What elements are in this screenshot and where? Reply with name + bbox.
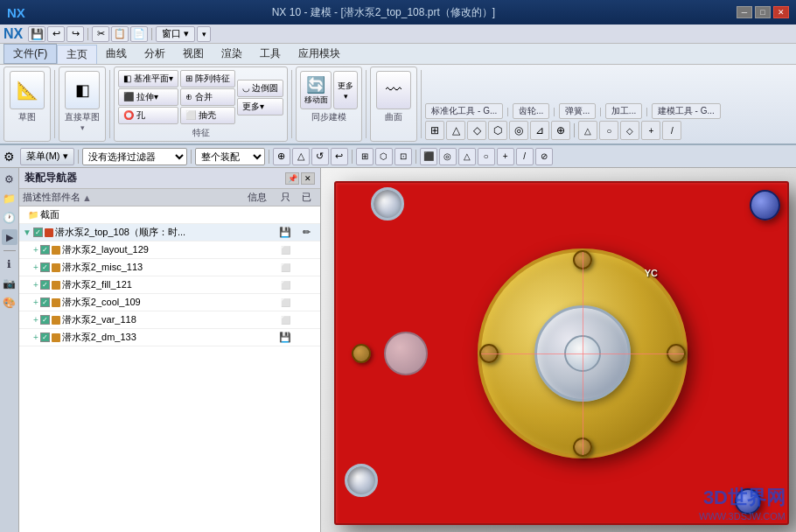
maximize-button[interactable]: □ (755, 6, 771, 18)
copy-btn[interactable]: 📋 (111, 26, 129, 42)
tb2-btn9[interactable]: ◎ (439, 148, 457, 165)
sketch-label: 草图 (18, 111, 36, 123)
menu-view[interactable]: 视图 (174, 45, 213, 63)
menu-tools[interactable]: 工具 (251, 45, 290, 63)
main-gold-ring: YC (478, 248, 688, 458)
sketch-button[interactable]: 📐 (10, 71, 45, 109)
tb2-btn11[interactable]: ○ (478, 148, 495, 165)
qa-dropdown[interactable]: ▾ (197, 26, 211, 42)
extrude-btn[interactable]: ⬛ 拉伸▾ (118, 88, 178, 106)
view-icon-10[interactable]: ◇ (620, 121, 639, 140)
folder-side-icon[interactable]: 📁 (2, 191, 17, 206)
col-mod-header[interactable]: 已 (296, 191, 317, 204)
view-icon-6[interactable]: ⊿ (530, 121, 549, 140)
edge-blend-btn[interactable]: ◡ 边倒圆 (237, 80, 284, 97)
more-features-btn[interactable]: 更多▾ (237, 98, 284, 116)
view-icon-11[interactable]: + (641, 121, 660, 140)
assembly-navigator: 装配导航器 📌 ✕ 描述性部件名 ▲ 信息 只 已 📁 截面 (19, 168, 321, 532)
settings-side-icon[interactable]: ⚙ (2, 172, 17, 187)
tree-row-main[interactable]: ▼ ✓ 潜水泵2_top_108（顺序：时... 💾 ✏ (19, 224, 320, 242)
view-icon-12[interactable]: / (662, 121, 681, 140)
window-dropdown[interactable]: 窗口 ▾ (156, 26, 195, 42)
assembly-select[interactable]: 整个装配 (195, 148, 265, 165)
info-side-icon[interactable]: ℹ (2, 256, 17, 272)
spring-btn[interactable]: 弹簧... (559, 103, 596, 119)
main-content: ⚙ 📁 🕐 ▶ ℹ 📷 🎨 装配导航器 📌 ✕ 描述性部件名 ▲ 信息 只 已 (0, 168, 796, 532)
ribbon-sep2 (109, 70, 110, 138)
redo-quick-btn[interactable]: ↪ (66, 26, 84, 42)
col-name-header[interactable]: 描述性部件名 ▲ (23, 191, 240, 204)
menu-curve[interactable]: 曲线 (97, 45, 136, 63)
tree-row-misc[interactable]: + ✓ 潜水泵2_misc_113 ⬜ (19, 259, 320, 276)
nx-logo-qa: NX (3, 26, 23, 42)
close-button[interactable]: ✕ (773, 6, 789, 18)
nav-close-btn[interactable]: ✕ (301, 172, 315, 185)
view-icon-2[interactable]: △ (446, 121, 465, 140)
history-side-icon[interactable]: 🕐 (2, 210, 17, 226)
separator2 (151, 28, 152, 40)
palette-side-icon[interactable]: 🎨 (2, 295, 17, 311)
paste-btn[interactable]: 📄 (130, 26, 148, 42)
camera-side-icon[interactable]: 📷 (2, 276, 17, 291)
view-icon-4[interactable]: ⬡ (488, 121, 507, 140)
tree-row-cool[interactable]: + ✓ 潜水泵2_cool_109 ⬜ (19, 294, 320, 312)
menu-dropdown[interactable]: 菜单(M) ▾ (20, 148, 74, 165)
tb2-btn1[interactable]: ⊕ (273, 148, 290, 165)
3d-viewport[interactable]: YC 3D世界网 WWW.3DSJW.COM (321, 168, 796, 532)
std-tools-btn[interactable]: 标准化工具 - G... (425, 103, 503, 119)
menu-analysis[interactable]: 分析 (136, 45, 174, 63)
tree-row-dm[interactable]: + ✓ 潜水泵2_dm_133 💾 (19, 329, 320, 346)
tb2-btn6[interactable]: ⬡ (375, 148, 393, 165)
merge-btn[interactable]: ⊕ 合并 (180, 88, 235, 106)
left-gray-disk (384, 332, 428, 375)
feature-group-label: 特征 (118, 125, 283, 139)
menu-home[interactable]: 主页 (57, 45, 97, 64)
model-tools-btn[interactable]: 建模工具 - G... (652, 103, 721, 119)
tb2-btn13[interactable]: / (516, 148, 534, 165)
tb2-btn10[interactable]: △ (458, 148, 476, 165)
tb2-sep5 (415, 150, 416, 164)
menu-render[interactable]: 渲染 (213, 45, 251, 63)
tb2-btn14[interactable]: ⊘ (535, 148, 553, 165)
view-icon-5[interactable]: ◎ (509, 121, 528, 140)
pattern-btn[interactable]: ⊞ 阵列特征 (180, 70, 235, 88)
tb2-btn7[interactable]: ⊡ (395, 148, 412, 165)
tree-row-layout[interactable]: + ✓ 潜水泵2_layout_129 ⬜ (19, 242, 320, 259)
tb2-btn5[interactable]: ⊞ (356, 148, 374, 165)
cut-btn[interactable]: ✂ (92, 26, 109, 42)
settings-icon[interactable]: ⚙ (3, 150, 15, 164)
view-icon-3[interactable]: ◇ (467, 121, 486, 140)
save-quick-btn[interactable]: 💾 (28, 26, 45, 42)
tb2-btn3[interactable]: ↺ (311, 148, 329, 165)
tree-row-fill[interactable]: + ✓ 潜水泵2_fill_121 ⬜ (19, 276, 320, 294)
move-face-btn[interactable]: 🔄 移动面 (300, 71, 332, 109)
tb2-btn8[interactable]: ⬛ (420, 148, 437, 165)
undo-quick-btn[interactable]: ↩ (47, 26, 65, 42)
machining-btn[interactable]: 加工... (605, 103, 642, 119)
more-sync-btn[interactable]: 更多▾ (333, 71, 358, 109)
gear-btn[interactable]: 齿轮... (513, 103, 549, 119)
tree-row-var[interactable]: + ✓ 潜水泵2_var_118 ⬜ (19, 312, 320, 329)
tb2-btn4[interactable]: ↩ (331, 148, 348, 165)
tb2-btn2[interactable]: △ (292, 148, 310, 165)
surface-btn[interactable]: 〰 (376, 71, 411, 109)
direct-sketch-more[interactable]: ▾ (80, 123, 85, 132)
col-ro-header[interactable]: 只 (275, 191, 296, 204)
direct-sketch-button[interactable]: ◧ (65, 71, 100, 109)
view-icon-9[interactable]: ○ (599, 121, 618, 140)
nav-side-icon[interactable]: ▶ (2, 229, 17, 245)
col-info-header[interactable]: 信息 (240, 191, 275, 204)
nav-pin-btn[interactable]: 📌 (285, 172, 299, 185)
view-icon-7[interactable]: ⊕ (551, 121, 570, 140)
tree-row-section[interactable]: 📁 截面 (19, 206, 320, 224)
hole-btn[interactable]: ⭕ 孔 (118, 107, 178, 124)
minimize-button[interactable]: ─ (737, 6, 752, 18)
datum-plane-btn[interactable]: ◧ 基准平面▾ (118, 70, 178, 88)
view-icon-8[interactable]: △ (578, 121, 597, 140)
shell-btn[interactable]: ⬜ 抽壳 (180, 107, 235, 124)
tb2-btn12[interactable]: + (497, 148, 514, 165)
menu-file[interactable]: 文件(F) (3, 44, 57, 64)
filter-select[interactable]: 没有选择过滤器 (82, 148, 187, 165)
view-icon-1[interactable]: ⊞ (425, 121, 444, 140)
menu-appmodule[interactable]: 应用模块 (290, 45, 349, 63)
